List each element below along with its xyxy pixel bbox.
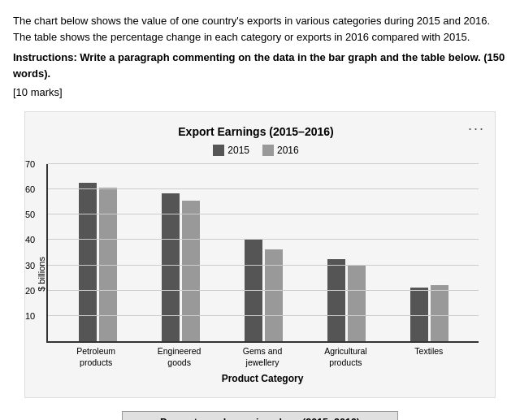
legend-box-2015 (213, 145, 224, 156)
bar-2016-1 (182, 201, 200, 341)
bar-group-1 (145, 193, 215, 341)
bar-2016-3 (348, 265, 366, 341)
bar-group-3 (311, 259, 381, 341)
legend-box-2016 (262, 145, 274, 156)
bar-2015-3 (327, 259, 345, 341)
legend-label-2015: 2015 (228, 145, 249, 156)
legend-item-2015: 2015 (213, 145, 249, 156)
table-section: Percentage change in values (2015–2016) … (13, 411, 507, 420)
chart-title: Export Earnings (2015–2016) (33, 125, 479, 138)
x-axis-title: Product Category (46, 373, 479, 384)
legend-item-2016: 2016 (262, 145, 299, 156)
legend-label-2016: 2016 (277, 145, 299, 156)
x-label-2: Gems andjewellery (221, 346, 304, 368)
marks-text: [10 marks] (13, 86, 507, 98)
chart-legend: 2015 2016 (33, 145, 479, 156)
x-label-1: Engineeredgoods (137, 346, 220, 368)
x-label-4: Textiles (388, 346, 470, 368)
x-label-3: Agriculturalproducts (304, 346, 387, 368)
x-labels: PetroleumproductsEngineeredgoodsGems and… (46, 343, 479, 368)
bar-2016-4 (431, 285, 448, 341)
instructions-bold: Instructions: Write a paragraph commenti… (13, 51, 505, 80)
instructions-text: Instructions: Write a paragraph commenti… (13, 50, 507, 81)
chart-inner: 10203040506070 PetroleumproductsEngineer… (46, 164, 479, 384)
more-options-icon[interactable]: ··· (468, 120, 485, 137)
bar-group-0 (63, 183, 132, 341)
y-axis-label: $ billions (33, 257, 46, 292)
bar-2015-0 (79, 183, 97, 341)
bar-2016-2 (265, 249, 283, 341)
chart-area: ··· Export Earnings (2015–2016) 2015 201… (24, 111, 496, 398)
description-text: The chart below shows the value of one c… (13, 13, 507, 45)
bar-group-4 (394, 285, 464, 341)
bar-2015-1 (162, 193, 180, 341)
x-label-0: Petroleumproducts (54, 346, 137, 368)
table-header: Percentage change in values (2015–2016) (123, 412, 398, 420)
bars-and-axis: 10203040506070 (46, 164, 479, 343)
chart-container: $ billions 10203040506070 Petroleumprodu… (33, 164, 479, 384)
percentage-table: Percentage change in values (2015–2016) … (122, 411, 398, 420)
